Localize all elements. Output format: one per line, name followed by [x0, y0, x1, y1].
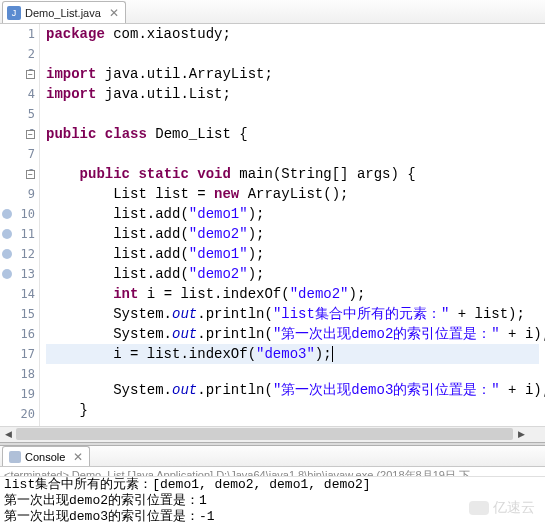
watermark: 亿速云 — [469, 499, 535, 517]
gutter-line: 15 — [0, 304, 39, 324]
gutter-line: 18 — [0, 364, 39, 384]
fold-minus-icon[interactable]: − — [26, 130, 35, 139]
gutter-line: 8− — [0, 164, 39, 184]
console-tab-bar: Console ✕ — [0, 446, 545, 467]
gutter-line: 13 — [0, 264, 39, 284]
console-line: 第一次出现demo2的索引位置是：1 — [4, 493, 541, 509]
gutter-line: 4 — [0, 84, 39, 104]
console-tab-label: Console — [25, 451, 65, 463]
horizontal-scrollbar[interactable]: ◀ ▶ — [0, 426, 545, 442]
gutter-line: 5 — [0, 104, 39, 124]
console-icon — [9, 451, 21, 463]
console-line: list集合中所有的元素：[demo1, demo2, demo1, demo2… — [4, 477, 541, 493]
watermark-badge-icon — [469, 501, 489, 515]
gutter-line: 20 — [0, 404, 39, 424]
console-output[interactable]: list集合中所有的元素：[demo1, demo2, demo1, demo2… — [0, 477, 545, 525]
console-panel: Console ✕ <terminated> Demo_List [Java A… — [0, 446, 545, 525]
fold-minus-icon[interactable]: − — [26, 70, 35, 79]
console-line: 第一次出现demo3的索引位置是：-1 — [4, 509, 541, 525]
gutter-line: 17 — [0, 344, 39, 364]
console-tab[interactable]: Console ✕ — [2, 446, 90, 466]
line-gutter: 1 2 3− 4 5 6− 7 8− 9 10 11 12 13 14 15 1… — [0, 24, 40, 426]
gutter-line: 19 — [0, 384, 39, 404]
close-icon[interactable]: ✕ — [109, 6, 119, 20]
close-icon[interactable]: ✕ — [73, 450, 83, 464]
java-file-icon: J — [7, 6, 21, 20]
text-cursor — [332, 346, 333, 362]
gutter-line: 14 — [0, 284, 39, 304]
scroll-thumb[interactable] — [16, 428, 513, 440]
gutter-line: 1 — [0, 24, 39, 44]
gutter-line: 16 — [0, 324, 39, 344]
gutter-marker-icon — [2, 229, 12, 239]
scroll-left-icon[interactable]: ◀ — [0, 427, 16, 441]
gutter-line: 7 — [0, 144, 39, 164]
gutter-line: 2 — [0, 44, 39, 64]
console-run-info: <terminated> Demo_List [Java Application… — [0, 467, 545, 477]
gutter-marker-icon — [2, 209, 12, 219]
editor-tab-bar: J Demo_List.java ✕ — [0, 0, 545, 24]
code-editor[interactable]: package com.xiaostudy; import java.util.… — [40, 24, 545, 426]
fold-minus-icon[interactable]: − — [26, 170, 35, 179]
gutter-line: 3− — [0, 64, 39, 84]
gutter-marker-icon — [2, 249, 12, 259]
file-tab-label: Demo_List.java — [25, 7, 101, 19]
gutter-line: 6− — [0, 124, 39, 144]
editor-area: 1 2 3− 4 5 6− 7 8− 9 10 11 12 13 14 15 1… — [0, 24, 545, 426]
gutter-line: 11 — [0, 224, 39, 244]
file-tab[interactable]: J Demo_List.java ✕ — [2, 1, 126, 23]
gutter-line: 10 — [0, 204, 39, 224]
gutter-line: 12 — [0, 244, 39, 264]
gutter-line: 9 — [0, 184, 39, 204]
gutter-marker-icon — [2, 269, 12, 279]
scroll-right-icon[interactable]: ▶ — [513, 427, 529, 441]
